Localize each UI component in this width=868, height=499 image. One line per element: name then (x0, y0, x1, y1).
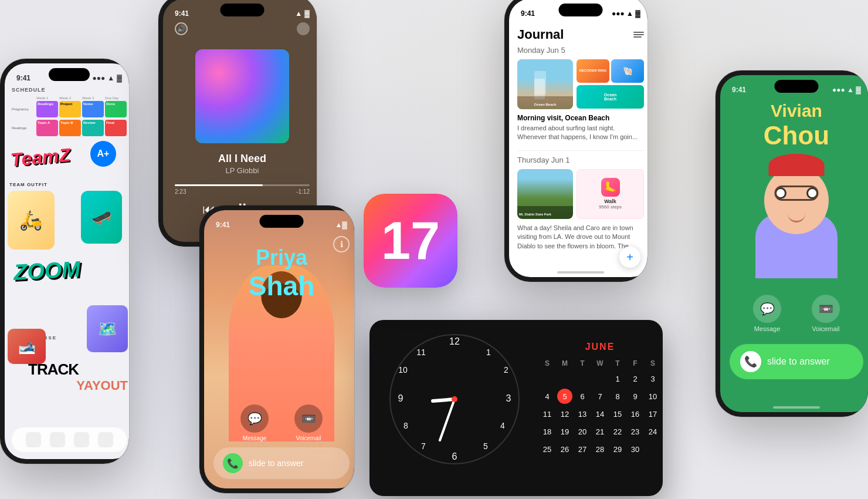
svg-text:11: 11 (416, 348, 426, 357)
shells-photo: 🐚 (611, 59, 644, 83)
time-3: 9:41 (216, 221, 230, 229)
time-1: 9:41 (16, 74, 30, 82)
teamz-sticker: TeamZ (10, 144, 72, 171)
priya-message-action[interactable]: 💬 Message (240, 404, 269, 441)
calendar: JUNE S M T W T F S 1 2 3 4 5 6 (540, 342, 660, 457)
bottom-dock (12, 427, 127, 452)
phone-journal: 9:41 ●●● ▲ ▓ Journal Monday Jun 5 (504, 0, 647, 282)
ios17-logo: 17 (364, 194, 457, 288)
time-5: 9:41 (732, 86, 746, 94)
svg-line-14 (440, 399, 455, 440)
illustration-4: 🗺️ (87, 305, 128, 352)
journal-date-2: Thursday Jun 1 (509, 156, 647, 164)
phone-priya: 9:41 ▲▓ ℹ Priya Shah 💬 Message 📼 Voicema… (199, 205, 354, 493)
svg-text:4: 4 (500, 421, 505, 430)
phone-vivian: 9:41 ●●● ▲ ▓ Vivian Chou (716, 70, 868, 417)
svg-text:3: 3 (506, 393, 511, 403)
menu-icon[interactable] (633, 32, 644, 38)
progress-fill (175, 184, 263, 186)
svg-text:5: 5 (483, 441, 488, 451)
priya-answer-icon: 📞 (223, 453, 243, 473)
vivian-memoji (720, 155, 868, 278)
team-outfit-sticker: Team Outfit (9, 182, 48, 187)
ios17-number: 17 (381, 214, 440, 267)
clock-device: 12 3 6 9 1 2 4 5 7 8 10 11 (369, 320, 663, 496)
priya-last-name: Shah (204, 270, 354, 302)
music-artist: LP Giobbi (163, 166, 317, 175)
journal-title: Journal (517, 27, 564, 42)
svg-text:6: 6 (452, 451, 457, 461)
dock-icon-1[interactable] (26, 432, 41, 447)
journal-date-1: Monday Jun 5 (509, 46, 647, 55)
home-indicator (557, 271, 604, 274)
grade-sticker: A+ (90, 141, 116, 167)
beach-label: Ocean Beach (534, 103, 556, 106)
priya-slide-answer[interactable]: 📞 slide to answer (213, 447, 350, 479)
walk-widget: 🦶 Walk 9560 steps (577, 169, 644, 219)
ocean-beach-badge: Ocean Beach (577, 85, 644, 109)
vivian-message-action[interactable]: 💬 Message (753, 295, 781, 332)
vivian-first-name: Vivian (732, 101, 861, 121)
dynamic-island-5 (775, 80, 819, 93)
dock-icon-3[interactable] (74, 432, 89, 447)
journal-divider (517, 150, 644, 151)
zoom-sticker: ZOOM (13, 257, 81, 285)
svg-text:1: 1 (486, 348, 491, 357)
vivian-answer-icon: 📞 (740, 351, 761, 372)
vivian-slide-answer[interactable]: 📞 slide to answer (730, 344, 863, 379)
illustration-3: 🎿 (8, 329, 46, 364)
cal-month: JUNE (540, 342, 660, 352)
svg-point-15 (452, 396, 457, 402)
vivian-actions: 💬 Message 📼 Voicemail (720, 283, 868, 344)
phone-scrapbook: 9:41 ●●● ▲ ▓ SCHEDULE Week 1 Week 2 Week… (0, 59, 129, 464)
decoder-ring-photo: DECODER RING (577, 59, 609, 83)
dynamic-island-1 (49, 68, 90, 81)
journal-header: Journal (509, 20, 647, 46)
schedule-header: SCHEDULE (12, 87, 127, 93)
dynamic-island-3 (260, 215, 304, 228)
journal-add-button[interactable]: + (619, 247, 640, 268)
time-4: 9:41 (521, 9, 535, 18)
svg-text:2: 2 (504, 365, 508, 375)
dynamic-island-2 (221, 4, 265, 16)
entry1-text: I dreamed about surfing last night. When… (509, 124, 647, 142)
mt-label: Mt. Diablo State Park (519, 213, 551, 216)
wifi-1: ▲ (107, 74, 114, 82)
svg-text:10: 10 (398, 365, 408, 375)
entry1-title: Morning visit, Ocean Beach (509, 114, 647, 122)
vivian-slide-text: slide to answer (767, 356, 830, 367)
time-2: 9:41 (175, 9, 189, 18)
progress-bar (175, 184, 310, 186)
illustration-1: 🛵 (8, 191, 55, 250)
vivian-voicemail-action[interactable]: 📼 Voicemail (812, 295, 840, 332)
airplay-icon[interactable] (297, 22, 310, 35)
signal-1: ●●● (93, 74, 106, 82)
vivian-last-name: Chou (732, 121, 861, 150)
battery-1: ▓ (117, 74, 122, 82)
priya-info-button[interactable]: ℹ (333, 236, 350, 252)
time-current: 2:23 (175, 188, 186, 195)
time-remaining: -1:12 (296, 188, 310, 195)
svg-line-13 (433, 399, 455, 401)
dock-icon-2[interactable] (50, 432, 65, 447)
home-indicator-5 (773, 406, 820, 409)
illustration-2: 🛹 (81, 191, 122, 244)
priya-slide-text: slide to answer (249, 458, 303, 468)
music-title: All I Need (163, 153, 317, 165)
priya-first-name: Priya (204, 245, 354, 270)
svg-text:9: 9 (398, 393, 404, 403)
yayout-sticker: YAYOUT (76, 378, 128, 393)
music-artwork (195, 49, 289, 143)
svg-text:12: 12 (449, 336, 460, 346)
svg-text:8: 8 (404, 421, 408, 430)
priya-voicemail-action[interactable]: 📼 Voicemail (294, 404, 323, 441)
dynamic-island-4 (559, 4, 603, 16)
svg-text:7: 7 (421, 441, 426, 451)
analog-clock: 12 3 6 9 1 2 4 5 7 8 10 11 (387, 332, 522, 467)
volume-icon[interactable]: 🔊 (175, 22, 188, 35)
dock-icon-4[interactable] (98, 432, 113, 447)
track-sticker: TRACK (28, 360, 79, 379)
